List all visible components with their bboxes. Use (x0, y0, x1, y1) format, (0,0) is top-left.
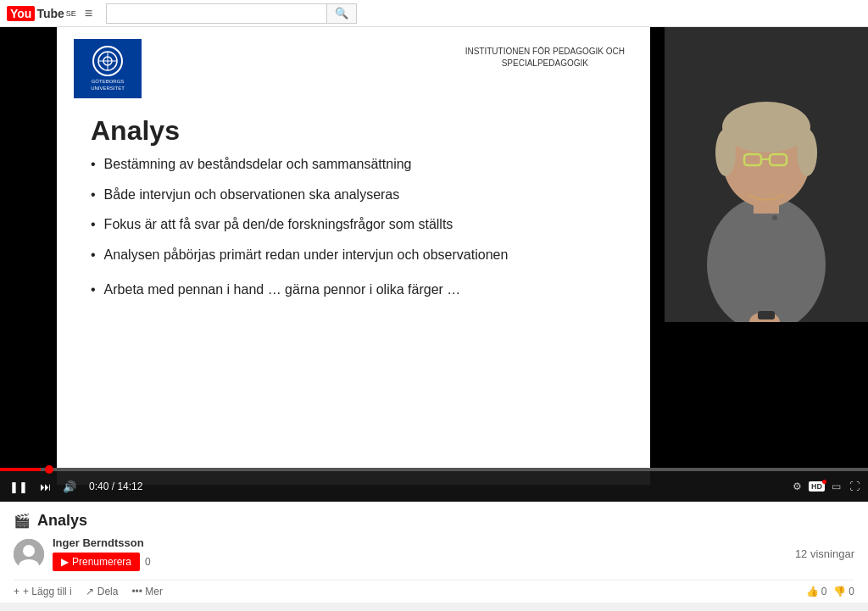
svg-point-19 (772, 215, 777, 220)
slide-title: Analys (57, 98, 650, 155)
svg-point-10 (715, 129, 736, 176)
channel-avatar (14, 539, 44, 569)
svg-point-21 (23, 545, 35, 557)
add-to-button[interactable]: + + Lägg till i (14, 586, 72, 597)
subscribe-icon: ▶ (61, 556, 69, 568)
more-button[interactable]: ••• Mer (131, 586, 163, 597)
volume-icon: 🔊 (63, 480, 76, 493)
channel-row: Inger Berndtsson ▶ Prenumerera 0 12 visn… (14, 536, 854, 571)
settings-button[interactable]: ⚙ (791, 480, 804, 492)
fullscreen-icon: ⛶ (849, 480, 860, 492)
video-controls: ❚❚ ⏭ 🔊 0:40 / 14:12 ⚙ HD ▭ ⛶ (0, 471, 868, 502)
below-video-section: 🎬 Analys Inger Berndtsson ▶ Prenumerera … (0, 502, 868, 603)
add-icon: + (14, 586, 19, 597)
subscriber-count: 0 (145, 556, 151, 568)
logo-university-text: GÖTEBORGSUNIVERSITET (91, 79, 125, 92)
settings-icon: ⚙ (793, 480, 802, 492)
search-bar: 🔍 (106, 3, 360, 24)
fullscreen-button[interactable]: ⛶ (848, 480, 861, 492)
progress-bar-dot (45, 465, 53, 474)
next-icon: ⏭ (40, 480, 51, 493)
view-count: 12 visningar (795, 547, 854, 560)
action-row: + + Lägg till i ↗ Dela ••• Mer 👍 0 👎 0 (14, 580, 854, 603)
progress-bar[interactable] (0, 468, 868, 471)
search-input[interactable] (106, 3, 326, 24)
bullet-item: • Både intervjun och observationen ska a… (91, 186, 616, 204)
bullet-dot: • (91, 281, 96, 299)
share-button[interactable]: ↗ Dela (86, 586, 119, 597)
slide-bullets: • Bestämning av beståndsdelar och samman… (57, 155, 650, 485)
thumbs-down-icon: 👎 (833, 586, 846, 597)
svg-point-9 (722, 102, 810, 153)
youtube-logo: YouTubeSE (7, 6, 76, 21)
logo-you: You (7, 6, 35, 21)
theater-icon: ▭ (832, 480, 841, 492)
university-logo: GÖTEBORGSUNIVERSITET (74, 39, 142, 98)
time-display: 0:40 / 14:12 (89, 480, 142, 492)
speaker-video (665, 27, 868, 322)
theater-button[interactable]: ▭ (830, 480, 843, 492)
bullet-dot: • (91, 246, 96, 264)
next-button[interactable]: ⏭ (37, 480, 53, 493)
more-label: ••• Mer (131, 586, 163, 597)
hamburger-icon[interactable]: ≡ (85, 6, 92, 21)
like-button[interactable]: 👍 0 (806, 586, 827, 597)
bullet-item: • Arbeta med pennan i hand … gärna penno… (91, 281, 616, 299)
like-dislike-section: 👍 0 👎 0 (806, 586, 854, 597)
add-to-label: + Lägg till i (23, 586, 72, 597)
bullet-item: • Analysen påbörjas primärt redan under … (91, 246, 616, 264)
share-icon: ↗ (86, 586, 94, 597)
hd-badge: HD (809, 481, 825, 492)
volume-button[interactable]: 🔊 (60, 480, 79, 493)
bullet-dot: • (91, 215, 96, 234)
bullet-text: Analysen påbörjas primärt redan under in… (104, 246, 509, 264)
svg-rect-18 (758, 311, 775, 319)
bullet-dot: • (91, 186, 96, 204)
pause-button[interactable]: ❚❚ (7, 480, 31, 493)
logo-emblem (92, 46, 123, 76)
slide-content: GÖTEBORGSUNIVERSITET INSTITUTIONEN FÖR P… (57, 27, 650, 485)
logo-se: SE (66, 9, 76, 18)
video-title-icon: 🎬 (14, 513, 31, 529)
slide-header: GÖTEBORGSUNIVERSITET INSTITUTIONEN FÖR P… (57, 27, 650, 98)
subscribe-button[interactable]: ▶ Prenumerera (53, 553, 140, 571)
channel-info: Inger Berndtsson ▶ Prenumerera 0 (53, 536, 151, 571)
thumbs-up-icon: 👍 (806, 586, 819, 597)
bullet-text: Arbeta med pennan i hand … gärna pennor … (104, 281, 461, 299)
header: YouTubeSE ≡ 🔍 (0, 0, 868, 27)
controls-right: ⚙ HD ▭ ⛶ (791, 480, 861, 492)
like-count: 0 (821, 586, 827, 597)
channel-name: Inger Berndtsson (53, 536, 151, 549)
svg-point-11 (797, 129, 817, 176)
subscribe-label: Prenumerera (72, 556, 131, 568)
bullet-text: Fokus är att få svar på den/de forskning… (104, 215, 453, 234)
share-label: Dela (97, 586, 119, 597)
video-player: GÖTEBORGSUNIVERSITET INSTITUTIONEN FÖR P… (0, 27, 868, 502)
bullet-text: Både intervjun och observationen ska ana… (104, 186, 400, 204)
bullet-dot: • (91, 155, 96, 174)
pause-icon: ❚❚ (9, 480, 28, 493)
hd-dot (822, 480, 826, 484)
institution-text: INSTITUTIONEN FÖR PEDAGOGIK OCH SPECIALP… (465, 39, 625, 69)
logo-tube: Tube (36, 7, 64, 20)
search-button[interactable]: 🔍 (326, 3, 357, 24)
bullet-item: • Bestämning av beståndsdelar och samman… (91, 155, 616, 174)
progress-bar-fill (0, 468, 41, 471)
search-icon: 🔍 (335, 7, 348, 19)
bullet-text: Bestämning av beståndsdelar och sammansä… (104, 155, 412, 174)
speaker-figure (665, 27, 868, 322)
dislike-count: 0 (849, 586, 854, 597)
bullet-item: • Fokus är att få svar på den/de forskni… (91, 215, 616, 234)
dislike-button[interactable]: 👎 0 (833, 586, 854, 597)
video-title: Analys (37, 512, 87, 530)
video-title-row: 🎬 Analys (14, 512, 854, 530)
